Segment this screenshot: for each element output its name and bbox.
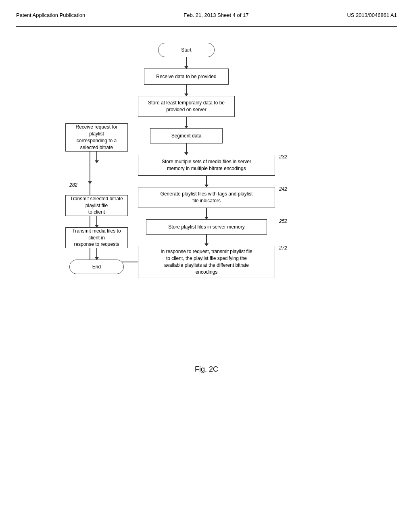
arrow-start-202 [186, 57, 187, 69]
header-right: US 2013/0046861 A1 [347, 12, 397, 18]
node-202: Receive data to be provided [144, 69, 229, 85]
arrow-252-272 [206, 235, 207, 246]
label-272: 272 [279, 245, 287, 251]
start-node: Start [158, 43, 215, 57]
node-232: Store multiple sets of media files in se… [138, 155, 275, 176]
arrow-202-212 [186, 85, 187, 96]
arrow-232-242 [206, 176, 207, 187]
arrow-282-292 [96, 152, 97, 163]
node-222: Segment data [150, 128, 223, 143]
figure-caption: Fig. 2C [16, 365, 397, 374]
node-212: Store at least temporarily data to be pr… [138, 96, 235, 117]
label-282: 282 [69, 182, 77, 188]
arrow-292-297 [96, 216, 97, 227]
page: Patent Application Publication Feb. 21, … [0, 0, 413, 532]
page-header: Patent Application Publication Feb. 21, … [16, 8, 397, 27]
end-node: End [69, 260, 124, 274]
header-center: Feb. 21, 2013 Sheet 4 of 17 [184, 12, 248, 18]
arrow-222-232 [186, 143, 187, 155]
node-297: Transmit media files to client in respon… [65, 227, 128, 248]
label-242: 242 [279, 186, 287, 192]
node-282: Receive request for playlist correspondi… [65, 123, 128, 152]
node-272: In response to request, transmit playlis… [138, 246, 275, 278]
node-292: Transmit selected bitrate playlist file … [65, 195, 128, 216]
arrow-297-end [96, 248, 97, 260]
line-left-up2 [90, 152, 90, 184]
diagram-container: Start 202 Receive data to be provided 21… [65, 43, 348, 357]
node-242: Generate playlist files with tags and pl… [138, 187, 275, 208]
label-232: 232 [279, 154, 287, 160]
node-252: Store playlist files in server memory [146, 219, 267, 235]
flowchart: Start 202 Receive data to be provided 21… [65, 43, 348, 357]
label-252: 252 [279, 218, 287, 224]
arrow-242-252 [206, 208, 207, 219]
header-left: Patent Application Publication [16, 12, 85, 18]
arrow-212-222 [186, 117, 187, 128]
